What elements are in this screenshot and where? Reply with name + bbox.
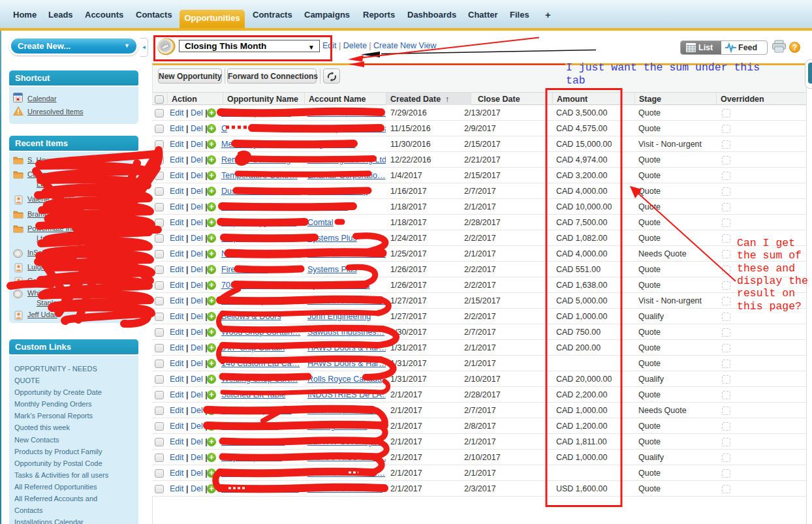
- svg-text:this page?: this page?: [737, 300, 802, 313]
- svg-text:tab: tab: [566, 74, 586, 87]
- svg-text:I just want the sum under this: I just want the sum under this: [566, 61, 760, 74]
- svg-text:result on: result on: [737, 287, 795, 300]
- svg-text:these and: these and: [737, 262, 795, 275]
- svg-text:display the: display the: [737, 275, 808, 287]
- svg-text:Can I get: Can I get: [737, 237, 795, 249]
- svg-text:the sum of: the sum of: [737, 249, 802, 262]
